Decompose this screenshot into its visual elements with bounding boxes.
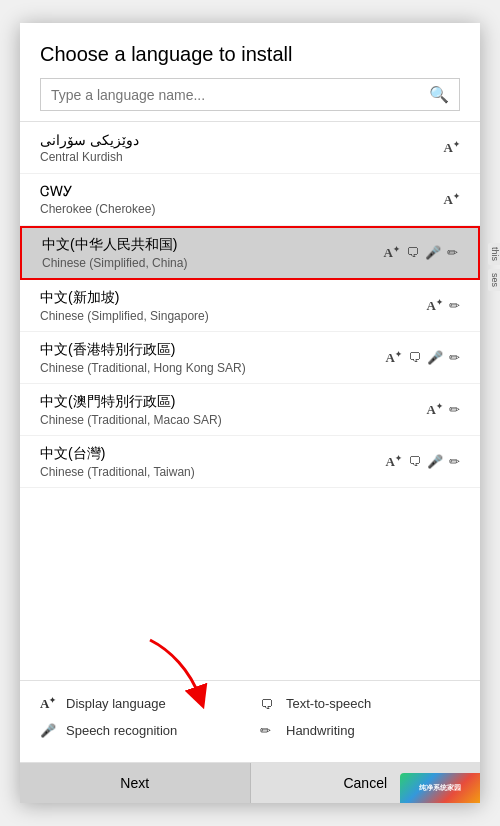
lang-icons-chinese-simplified-singapore: A✦✏ (427, 297, 460, 313)
lang-name-chinese-traditional-hongkong: 中文(香港特別行政區) (40, 341, 386, 359)
legend-label-text-to-speech: Text-to-speech (286, 696, 371, 711)
handwriting-legend-icon: ✏ (260, 722, 278, 738)
watermark: 纯净系统家园 (400, 773, 480, 803)
lang-subname-central-kurdish: Central Kurdish (40, 150, 444, 164)
lang-icons-chinese-simplified-china: A✦🗨🎤✏ (384, 245, 458, 261)
dialog-title: Choose a language to install (20, 23, 480, 78)
display-icon: A✦ (427, 297, 443, 313)
lang-item-chinese-simplified-singapore[interactable]: 中文(新加坡)Chinese (Simplified, Singapore)A✦… (20, 280, 480, 332)
lang-icons-chinese-traditional-hongkong: A✦🗨🎤✏ (386, 349, 460, 365)
lang-item-chinese-traditional-hongkong[interactable]: 中文(香港特別行政區)Chinese (Traditional, Hong Ko… (20, 332, 480, 384)
legend-label-handwriting: Handwriting (286, 723, 355, 738)
side-hint-1: this (488, 243, 500, 265)
lang-name-chinese-simplified-china: 中文(中华人民共和国) (42, 236, 384, 254)
lang-item-chinese-traditional-macao[interactable]: 中文(澳門特別行政區)Chinese (Traditional, Macao S… (20, 384, 480, 436)
speech-icon: 🗨 (406, 245, 419, 260)
display-icon: A✦ (427, 401, 443, 417)
handwriting-icon: ✏ (449, 454, 460, 469)
speech-icon: 🗨 (408, 454, 421, 469)
handwriting-icon: ✏ (449, 298, 460, 313)
legend-item-handwriting: ✏Handwriting (260, 722, 460, 738)
lang-name-chinese-simplified-singapore: 中文(新加坡) (40, 289, 427, 307)
next-button[interactable]: Next (20, 763, 251, 803)
display-icon: A✦ (386, 349, 402, 365)
lang-icons-cherokee: A✦ (444, 191, 460, 207)
display-icon: A✦ (384, 245, 400, 261)
lang-icons-chinese-traditional-taiwan: A✦🗨🎤✏ (386, 453, 460, 469)
lang-item-cherokee[interactable]: ᏣᎳᎩCherokee (Cherokee)A✦ (20, 174, 480, 226)
display-legend-icon: A✦ (40, 695, 58, 712)
display-icon: A✦ (444, 191, 460, 207)
tts-legend-icon: 🗨 (260, 696, 278, 712)
side-hints: this ses (488, 243, 500, 291)
handwriting-icon: ✏ (447, 245, 458, 260)
lang-subname-chinese-traditional-hongkong: Chinese (Traditional, Hong Kong SAR) (40, 361, 386, 375)
mic-icon: 🎤 (425, 245, 441, 260)
lang-icons-chinese-traditional-macao: A✦✏ (427, 401, 460, 417)
mic-legend-icon: 🎤 (40, 722, 58, 738)
lang-name-central-kurdish: دوێزیکی سۆرانی (40, 132, 444, 148)
lang-subname-chinese-traditional-macao: Chinese (Traditional, Macao SAR) (40, 413, 427, 427)
lang-subname-chinese-traditional-taiwan: Chinese (Traditional, Taiwan) (40, 465, 386, 479)
lang-item-chinese-simplified-china[interactable]: 中文(中华人民共和国)Chinese (Simplified, China)A✦… (20, 226, 480, 280)
search-icon: 🔍 (429, 85, 449, 104)
mic-icon: 🎤 (427, 350, 443, 365)
lang-name-chinese-traditional-taiwan: 中文(台灣) (40, 445, 386, 463)
lang-item-chinese-traditional-taiwan[interactable]: 中文(台灣)Chinese (Traditional, Taiwan)A✦🗨🎤✏ (20, 436, 480, 488)
handwriting-icon: ✏ (449, 402, 460, 417)
lang-subname-cherokee: Cherokee (Cherokee) (40, 202, 444, 216)
lang-subname-chinese-simplified-china: Chinese (Simplified, China) (42, 256, 384, 270)
lang-icons-central-kurdish: A✦ (444, 139, 460, 155)
display-icon: A✦ (444, 139, 460, 155)
lang-name-chinese-traditional-macao: 中文(澳門特別行政區) (40, 393, 427, 411)
language-list: دوێزیکی سۆرانیCentral KurdishA✦ᏣᎳᎩCherok… (20, 121, 480, 680)
legend-item-speech-recognition: 🎤Speech recognition (40, 722, 240, 738)
display-icon: A✦ (386, 453, 402, 469)
side-hint-2: ses (488, 269, 500, 291)
language-install-dialog: Choose a language to install 🔍 دوێزیکی س… (20, 23, 480, 803)
legend-label-speech-recognition: Speech recognition (66, 723, 177, 738)
lang-subname-chinese-simplified-singapore: Chinese (Simplified, Singapore) (40, 309, 427, 323)
legend-grid: A✦Display language🗨Text-to-speech🎤Speech… (40, 695, 460, 738)
legend-section: A✦Display language🗨Text-to-speech🎤Speech… (20, 680, 480, 762)
arrow-indicator (140, 630, 220, 710)
lang-item-central-kurdish[interactable]: دوێزیکی سۆرانیCentral KurdishA✦ (20, 122, 480, 174)
lang-name-cherokee: ᏣᎳᎩ (40, 183, 444, 200)
search-box[interactable]: 🔍 (40, 78, 460, 111)
handwriting-icon: ✏ (449, 350, 460, 365)
mic-icon: 🎤 (427, 454, 443, 469)
legend-item-text-to-speech: 🗨Text-to-speech (260, 695, 460, 712)
search-input[interactable] (51, 87, 429, 103)
speech-icon: 🗨 (408, 350, 421, 365)
